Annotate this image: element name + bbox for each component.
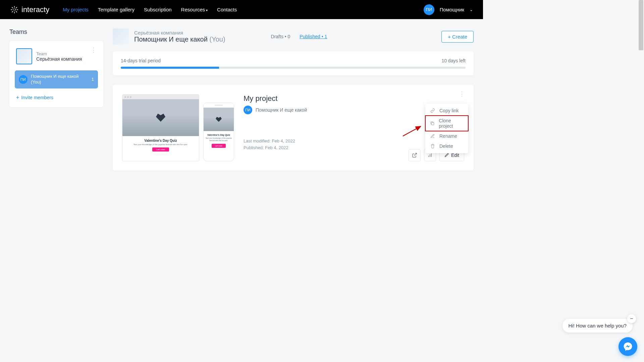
mobile-start-button: Let's start [212, 144, 226, 148]
content: Серьёзная компания Помощник И еще какой … [113, 28, 474, 171]
user-avatar[interactable]: ПИ [424, 4, 434, 15]
dropdown-clone-label: Clone project [439, 118, 464, 129]
dropdown-rename-label: Rename [439, 133, 457, 139]
sidebar: Teams Team Серьёзная компания ⋮ ПИ Помощ… [9, 28, 103, 171]
member-item[interactable]: ПИ Помощник И еще какой (You) 1 [15, 70, 98, 88]
stats: Drafts • 0 Published • 1 [271, 34, 327, 39]
open-external-button[interactable] [409, 149, 421, 161]
dropdown-delete-label: Delete [439, 143, 453, 149]
header-left: interacty My projects Template gallery S… [10, 5, 237, 14]
person-name: Помощник И еще какой (You) [134, 36, 225, 43]
team-item[interactable]: Team Серьёзная компания ⋮ [15, 46, 98, 68]
sidebar-title: Teams [9, 28, 103, 36]
heart-icon [156, 114, 165, 122]
mobile-subtitle: Test your knowledge of this popular fest… [205, 137, 232, 142]
content-header: Серьёзная компания Помощник И еще какой … [113, 28, 474, 45]
pencil-icon [430, 134, 435, 138]
browser-bar [122, 95, 199, 99]
link-icon [430, 108, 435, 113]
edit-label: Edit [451, 153, 459, 158]
header-text: Серьёзная компания Помощник И еще какой … [134, 30, 225, 43]
team-text: Team Серьёзная компания [36, 51, 82, 62]
mobile-image [204, 108, 234, 131]
dropdown-clone-project[interactable]: Clone project [425, 116, 468, 131]
project-card: Valentine's Day Quiz Test your knowledge… [113, 85, 474, 171]
team-menu-icon[interactable]: ⋮ [91, 49, 97, 51]
svg-rect-9 [432, 123, 434, 125]
mobile-body: Valentine's Day Quiz Test your knowledge… [204, 131, 234, 150]
dropdown-copy-link-label: Copy link [439, 108, 459, 113]
person-main: Помощник И еще какой [134, 36, 208, 43]
trial-progress-fill [121, 67, 219, 69]
invite-label: Invite members [21, 95, 53, 100]
header-thumbnail [113, 28, 129, 45]
trash-icon [430, 144, 435, 148]
member-name: Помощник И еще какой (You) [31, 74, 88, 85]
clone-icon [430, 121, 435, 126]
project-menu-icon[interactable]: ⋮ [459, 93, 465, 95]
heart-icon [216, 117, 222, 122]
nav-contacts[interactable]: Contacts [217, 7, 237, 12]
logo[interactable]: interacty [10, 5, 49, 14]
trial-progress-bar [121, 67, 466, 69]
chevron-down-icon[interactable]: ⌄ [470, 7, 473, 12]
member-avatar: ПИ [19, 75, 28, 84]
pencil-icon [444, 153, 449, 158]
main: Teams Team Серьёзная компания ⋮ ПИ Помощ… [0, 19, 483, 180]
nav-template-gallery[interactable]: Template gallery [98, 7, 135, 12]
person-you: (You) [209, 36, 225, 43]
preview-title: Valentine's Day Quiz [124, 139, 197, 142]
company-name: Серьёзная компания [134, 30, 225, 36]
trial-label: 14-days trial period [121, 58, 161, 63]
preview-mobile: Valentine's Day Quiz Test your knowledge… [203, 103, 234, 161]
author-name: Помощник И еще какой [256, 107, 307, 113]
header-right: ПИ Помощник ⌄ [424, 4, 473, 15]
svg-line-6 [16, 11, 17, 12]
plus-icon: + [16, 95, 19, 101]
svg-line-8 [16, 7, 17, 8]
svg-line-7 [12, 11, 13, 12]
create-button[interactable]: + Create [441, 31, 474, 43]
team-name: Серьёзная компания [36, 56, 82, 62]
author-avatar: ПИ [244, 106, 252, 114]
member-count: 1 [92, 77, 94, 82]
drafts-count: Drafts • 0 [271, 34, 290, 39]
external-link-icon [412, 153, 417, 158]
preview-body: Valentine's Day Quiz Test your knowledge… [122, 136, 199, 154]
mobile-title: Valentine's Day Quiz [205, 134, 232, 136]
bar-chart-icon [427, 153, 433, 158]
header: interacty My projects Template gallery S… [0, 0, 483, 19]
nav-subscription[interactable]: Subscription [144, 7, 172, 12]
brand-name: interacty [21, 5, 49, 14]
mobile-notch [204, 103, 234, 108]
preview-image [122, 99, 199, 136]
project-dropdown: Copy link Clone project Rename [425, 104, 468, 153]
dropdown-delete[interactable]: Delete [425, 141, 468, 151]
dropdown-rename[interactable]: Rename [425, 131, 468, 141]
trial-days-left: 10 days left [441, 58, 466, 63]
nav-my-projects[interactable]: My projects [63, 7, 89, 12]
teams-card: Team Серьёзная компания ⋮ ПИ Помощник И … [9, 41, 103, 107]
user-name[interactable]: Помощник [440, 7, 464, 12]
published-count[interactable]: Published • 1 [300, 34, 327, 39]
trial-top: 14-days trial period 10 days left [121, 58, 466, 63]
nav-resources[interactable]: Resources [181, 7, 208, 12]
svg-point-0 [13, 8, 16, 11]
team-label: Team [36, 51, 82, 56]
nav: My projects Template gallery Subscriptio… [63, 7, 237, 12]
trial-card: 14-days trial period 10 days left [113, 51, 474, 75]
preview-desktop: Valentine's Day Quiz Test your knowledge… [122, 94, 199, 161]
project-preview: Valentine's Day Quiz Test your knowledge… [122, 94, 234, 161]
preview-subtitle: Test your knowledge of this popular fest… [124, 143, 197, 145]
project-title: My project [244, 94, 464, 103]
preview-start-button: Let's start [152, 147, 169, 152]
invite-members[interactable]: + Invite members [15, 93, 98, 102]
team-thumbnail [16, 48, 32, 64]
logo-icon [10, 5, 19, 14]
dropdown-copy-link[interactable]: Copy link [425, 106, 468, 116]
svg-line-5 [12, 7, 13, 8]
